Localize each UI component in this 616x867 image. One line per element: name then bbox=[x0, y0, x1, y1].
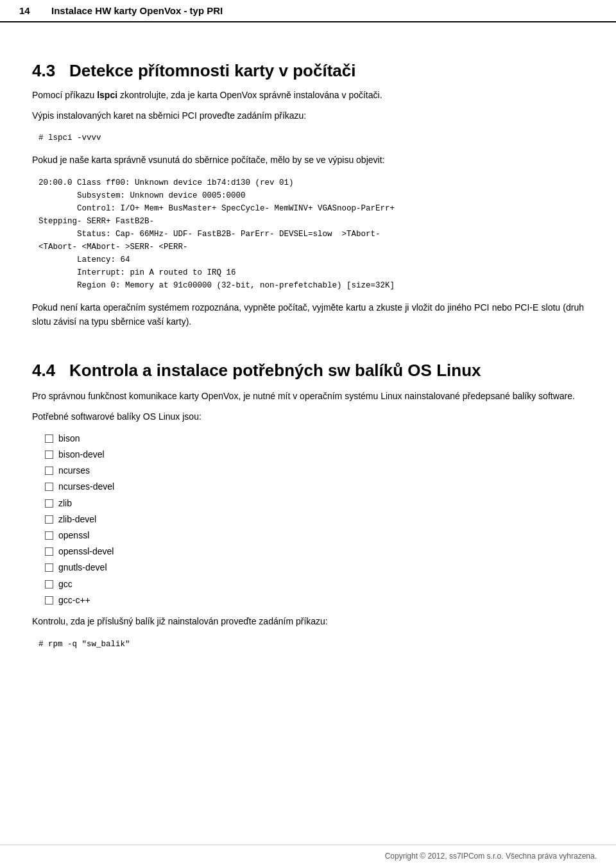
section-43-heading: 4.3 Detekce přítomnosti karty v počítači bbox=[32, 61, 584, 81]
list-checkbox-icon bbox=[45, 580, 53, 588]
list-checkbox-icon bbox=[45, 483, 53, 491]
list-checkbox-icon bbox=[45, 563, 53, 572]
list-item: gcc-c++ bbox=[45, 592, 584, 608]
section-43-intro1: Pomocí příkazu lspci zkontrolujte, zda j… bbox=[32, 89, 584, 103]
page-content: 4.3 Detekce přítomnosti karty v počítači… bbox=[0, 22, 616, 867]
lspci-bold: lspci bbox=[97, 90, 117, 100]
list-item-label: gcc-c++ bbox=[58, 592, 90, 608]
list-checkbox-icon bbox=[45, 467, 53, 475]
list-item-label: bison bbox=[58, 431, 80, 447]
list-checkbox-icon bbox=[45, 531, 53, 540]
list-item: openssl bbox=[45, 528, 584, 544]
list-item: zlib bbox=[45, 495, 584, 511]
list-item-label: bison-devel bbox=[58, 447, 105, 463]
list-checkbox-icon bbox=[45, 547, 53, 556]
list-item-label: ncurses bbox=[58, 463, 90, 479]
list-item: gnutls-devel bbox=[45, 560, 584, 576]
check-command: # rpm -q "sw_balik" bbox=[32, 638, 584, 651]
list-checkbox-icon bbox=[45, 499, 53, 508]
list-item: ncurses-devel bbox=[45, 479, 584, 495]
list-item-label: zlib bbox=[58, 495, 72, 511]
section-43-intro2: Výpis instalovaných karet na sběrnici PC… bbox=[32, 109, 584, 123]
section-44-intro1: Pro správnou funkčnost komunikace karty … bbox=[32, 390, 584, 404]
list-checkbox-icon bbox=[45, 451, 53, 459]
list-item: openssl-devel bbox=[45, 544, 584, 560]
section-43-number: 4.3 bbox=[32, 61, 58, 81]
list-item-label: ncurses-devel bbox=[58, 479, 114, 495]
list-checkbox-icon bbox=[45, 515, 53, 524]
software-list: bisonbison-develncursesncurses-develzlib… bbox=[45, 431, 584, 608]
list-checkbox-icon bbox=[45, 596, 53, 605]
section-44-title: Kontrola a instalace potřebných sw balík… bbox=[69, 361, 481, 381]
page-header: 14 Instalace HW karty OpenVox - typ PRI bbox=[0, 0, 616, 22]
page-footer: Copyright © 2012, ss7IPCom s.r.o. Všechn… bbox=[0, 845, 616, 867]
section-44-number: 4.4 bbox=[32, 361, 58, 381]
list-item-label: openssl-devel bbox=[58, 544, 114, 560]
section-44-heading: 4.4 Kontrola a instalace potřebných sw b… bbox=[32, 361, 584, 381]
list-item: bison-devel bbox=[45, 447, 584, 463]
check-intro: Kontrolu, zda je příslušný balík již nai… bbox=[32, 615, 584, 629]
list-item-label: gnutls-devel bbox=[58, 560, 107, 576]
section-43-title: Detekce přítomnosti karty v počítači bbox=[69, 61, 355, 81]
footer-copyright: Copyright © 2012, ss7IPCom s.r.o. Všechn… bbox=[385, 852, 597, 861]
list-item-label: gcc bbox=[58, 576, 73, 592]
list-item: bison bbox=[45, 431, 584, 447]
section-43-desc1: Pokud je naše karta správně vsunutá do s… bbox=[32, 153, 584, 167]
section-43-desc2: Pokud není karta operačním systémem rozp… bbox=[32, 301, 584, 329]
page-wrapper: 14 Instalace HW karty OpenVox - typ PRI … bbox=[0, 0, 616, 867]
header-page-number: 14 bbox=[19, 5, 38, 16]
command1: # lspci -vvvv bbox=[32, 132, 584, 144]
section-44-intro2: Potřebné softwarové balíky OS Linux jsou… bbox=[32, 410, 584, 424]
header-title: Instalace HW karty OpenVox - typ PRI bbox=[51, 5, 223, 16]
list-item: zlib-devel bbox=[45, 511, 584, 528]
list-item-label: openssl bbox=[58, 528, 89, 544]
list-item-label: zlib-devel bbox=[58, 511, 96, 528]
code-block-output: 20:00.0 Class ff00: Unknown device 1b74:… bbox=[32, 176, 584, 292]
list-item: gcc bbox=[45, 576, 584, 592]
list-item: ncurses bbox=[45, 463, 584, 479]
list-checkbox-icon bbox=[45, 434, 53, 443]
